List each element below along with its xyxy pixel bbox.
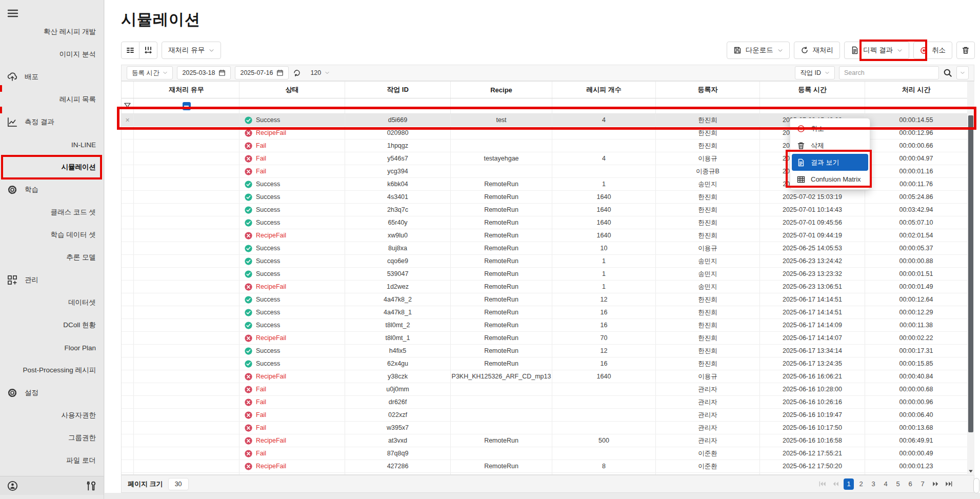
search-field-dropdown[interactable]: 작업 ID xyxy=(795,66,835,79)
context-menu-item-confusion-matrix[interactable]: Confusion Matrix xyxy=(792,171,868,188)
scrollbar-thumb[interactable] xyxy=(968,115,973,432)
table-row[interactable]: Success62x4guRemoteRun16한진희2025-06-17 13… xyxy=(122,357,974,370)
sidebar-item-레시피-목록[interactable]: 레시피 목록 xyxy=(0,88,104,111)
date-from-input[interactable]: 2025-03-18 xyxy=(177,66,231,79)
table-row[interactable]: Success539047RemoteRun1송민지2025-06-23 13:… xyxy=(122,268,974,281)
column-fit-button[interactable] xyxy=(139,42,157,59)
page-button-2[interactable]: 2 xyxy=(856,478,866,490)
next-page-button[interactable] xyxy=(930,478,941,490)
tools-icon[interactable] xyxy=(86,481,96,491)
reprocess-button[interactable]: 재처리 xyxy=(794,42,841,59)
cell-reprocess xyxy=(134,357,239,370)
page-size-value[interactable]: 30 xyxy=(168,478,189,490)
table-row[interactable]: Success4s3401RemoteRun1640한진희2025-07-02 … xyxy=(122,191,974,204)
cancel-button[interactable]: 취소 xyxy=(913,42,952,59)
search-options-button[interactable] xyxy=(956,66,969,79)
sidebar-item-데이터셋[interactable]: 데이터셋 xyxy=(0,291,104,314)
download-button[interactable]: 다운로드 xyxy=(727,42,790,59)
sidebar-item-클래스-코드-셋[interactable]: 클래스 코드 셋 xyxy=(0,201,104,224)
table-row[interactable]: Success65r40yRemoteRun1640한진희2025-07-01 … xyxy=(122,216,974,229)
page-button-3[interactable]: 3 xyxy=(868,478,878,490)
sidebar-item-관리[interactable]: 관리 xyxy=(0,269,104,291)
page-button-1[interactable]: 1 xyxy=(844,478,854,490)
sidebar-item-학습[interactable]: 학습 xyxy=(0,178,104,201)
cell-recipe-count: 16 xyxy=(552,306,656,318)
defect-result-button[interactable]: 디펙 결과 xyxy=(844,42,909,59)
user-profile-icon[interactable] xyxy=(7,481,18,491)
sidebar-item-이미지-분석[interactable]: 이미지 분석 xyxy=(0,43,104,66)
page-button-5[interactable]: 5 xyxy=(893,478,903,490)
calendar-icon xyxy=(276,69,284,76)
scrollbar-down-icon[interactable] xyxy=(968,469,974,474)
hamburger-menu-icon[interactable] xyxy=(7,7,19,19)
sidebar-item-파일-로더[interactable]: 파일 로더 xyxy=(0,449,104,472)
sidebar-item-설정[interactable]: 설정 xyxy=(0,382,104,404)
table-row[interactable]: RecipeFailxw9lu0RemoteRun1640한진희2025-07-… xyxy=(122,229,974,242)
col-header[interactable]: 재처리 유무 xyxy=(134,82,239,98)
row-handle xyxy=(122,396,134,408)
col-header[interactable]: 등록 시간 xyxy=(760,82,865,98)
refresh-interval-icon[interactable] xyxy=(293,69,301,77)
table-row[interactable]: Successh4fix5RemoteRun12한진희2025-06-17 13… xyxy=(122,345,974,357)
sidebar-item-사용자권한[interactable]: 사용자권한 xyxy=(0,404,104,427)
search-input[interactable] xyxy=(839,66,939,79)
search-icon[interactable] xyxy=(943,68,952,77)
table-row[interactable]: Success2h3q7cRemoteRun1640한진희2025-07-01 … xyxy=(122,204,974,216)
table-row[interactable]: RecipeFail1d2wezRemoteRun1송민지2025-06-23 … xyxy=(122,281,974,293)
col-header[interactable]: Recipe xyxy=(451,82,552,98)
table-row[interactable]: RecipeFailt8l0mt_1RemoteRun70한진희2025-06-… xyxy=(122,332,974,345)
sidebar-item-in-line[interactable]: IN-LINE xyxy=(0,133,104,156)
date-field-dropdown[interactable]: 등록 시간 xyxy=(127,66,173,79)
last-page-button[interactable] xyxy=(943,478,954,490)
col-header[interactable]: 레시피 개수 xyxy=(552,82,656,98)
col-header[interactable]: 작업 ID xyxy=(345,82,451,98)
table-row[interactable]: Fail022xzf관리자2025-06-16 10:19:4700:00:06… xyxy=(122,409,974,422)
sidebar-item-시뮬레이션[interactable]: 시뮬레이션 xyxy=(0,156,104,178)
first-page-button[interactable] xyxy=(817,478,828,490)
col-header[interactable]: 처리 시간 xyxy=(865,82,968,98)
sidebar-item-배포[interactable]: 배포 xyxy=(0,66,104,88)
col-header[interactable]: 등록자 xyxy=(656,82,760,98)
sidebar-item-측정-결과[interactable]: 측정 결과 xyxy=(0,111,104,133)
table-row[interactable]: Failw395x7관리자2025-06-16 10:17:5000:00:13… xyxy=(122,422,974,434)
page-scrollbar-thumb[interactable] xyxy=(973,478,979,493)
table-row[interactable]: Successcqo6e9RemoteRun1송민지2025-06-23 13:… xyxy=(122,255,974,268)
table-row[interactable]: Success4a47k8_1RemoteRun16한진희2025-06-17 … xyxy=(122,306,974,319)
cell-status: RecipeFail xyxy=(239,281,345,293)
table-row[interactable]: RecipeFaily38czkP3KH_KH125326_ARF_CD_mp1… xyxy=(122,370,974,383)
cell-registrant: 송민지 xyxy=(656,178,760,190)
table-row[interactable]: RecipeFailat3vxdRemoteRun500관리자2025-06-1… xyxy=(122,434,974,447)
page-button-6[interactable]: 6 xyxy=(905,478,915,490)
context-menu-item-취소[interactable]: 취소 xyxy=(792,120,868,137)
list-view-button[interactable] xyxy=(121,42,139,59)
sidebar-item-그룹권한[interactable]: 그룹권한 xyxy=(0,427,104,449)
success-status-icon xyxy=(245,322,252,329)
date-to-input[interactable]: 2025-07-16 xyxy=(235,66,289,79)
sidebar-item-학습-데이터-셋[interactable]: 학습 데이터 셋 xyxy=(0,224,104,246)
reprocess-indeterminate-checkbox[interactable] xyxy=(183,102,191,110)
table-row[interactable]: RecipeFail427286RemoteRun8이준환2025-06-12 … xyxy=(122,460,974,473)
table-row[interactable]: Successt8l0mt_2RemoteRun16한진희2025-06-17 … xyxy=(122,319,974,332)
table-row[interactable]: Failu0j0mm관리자2025-06-16 10:28:0000:00:00… xyxy=(122,383,974,396)
sidebar-item-dcoll-현황[interactable]: DColl 현황 xyxy=(0,314,104,336)
prev-page-button[interactable] xyxy=(830,478,842,490)
cell-proc-time: 00:00:01.49 xyxy=(865,281,968,293)
table-row[interactable]: Faildr626f관리자2025-06-16 10:26:1600:00:00… xyxy=(122,396,974,409)
sidebar-item-floor-plan[interactable]: Floor Plan xyxy=(0,336,104,359)
page-button-7[interactable]: 7 xyxy=(917,478,928,490)
reprocess-filter-dropdown[interactable]: 재처리 유무 xyxy=(162,42,221,59)
context-menu-item-결과-보기[interactable]: 결과 보기 xyxy=(792,154,868,171)
sidebar-item-확산-레시피-개발[interactable]: 확산 레시피 개발 xyxy=(0,21,104,43)
col-header[interactable]: 상태 xyxy=(239,82,345,98)
page-button-4[interactable]: 4 xyxy=(881,478,891,490)
table-row[interactable]: Success8uj8xaRemoteRun10이용규2025-06-25 14… xyxy=(122,242,974,255)
table-scrollbar[interactable] xyxy=(967,82,974,475)
table-row[interactable]: Fail87q8q9이준환2025-06-12 17:55:2100:00:00… xyxy=(122,447,974,460)
sidebar-item-추론-모델[interactable]: 추론 모델 xyxy=(0,246,104,269)
context-menu-item-삭제[interactable]: 삭제 xyxy=(792,137,868,154)
interval-dropdown[interactable]: 120 xyxy=(305,66,335,79)
delete-button[interactable] xyxy=(956,42,975,59)
sidebar-item-post-processing-레시피[interactable]: Post-Processing 레시피 xyxy=(0,359,104,382)
filter-funnel-icon[interactable] xyxy=(124,102,131,110)
table-row[interactable]: Success4a47k8_2RemoteRun12한진희2025-06-17 … xyxy=(122,293,974,306)
